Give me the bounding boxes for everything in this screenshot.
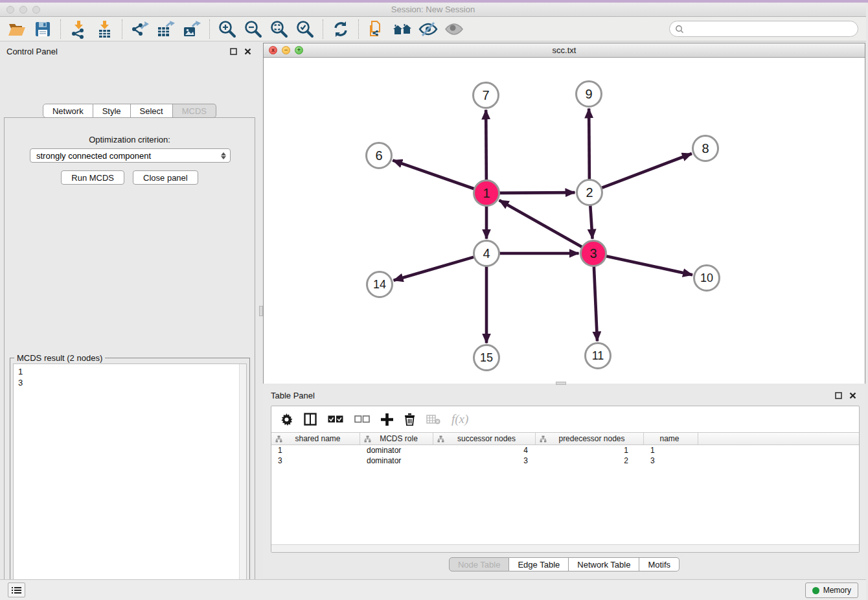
cell-successor-nodes[interactable]: 4	[433, 445, 536, 456]
table-horizontal-scrollbar[interactable]	[271, 544, 859, 552]
cell-predecessor-nodes[interactable]: 2	[536, 456, 644, 466]
tab-edge-table[interactable]: Edge Table	[509, 557, 569, 571]
function-builder-button[interactable]: f(x)	[451, 412, 468, 426]
close-table-panel-button[interactable]	[847, 390, 858, 400]
network-window-titlebar[interactable]: scc.txt x − +	[264, 43, 865, 58]
import-network-button[interactable]	[65, 18, 91, 40]
control-panel: Control Panel NetworkStyleSelectMCDS Opt…	[0, 41, 259, 579]
houses-button[interactable]	[389, 18, 415, 40]
edge-1-6[interactable]	[393, 160, 475, 189]
refresh-button[interactable]	[328, 18, 354, 40]
export-table-button[interactable]	[153, 18, 179, 40]
float-table-panel-button[interactable]	[833, 390, 843, 400]
network-minimize-button[interactable]: −	[282, 46, 290, 54]
window-titlebar: Session: New Session	[0, 3, 866, 17]
tab-network-table[interactable]: Network Table	[569, 557, 639, 571]
zoom-in-icon	[218, 19, 237, 39]
criterion-dropdown[interactable]: strongly connected component	[30, 148, 231, 163]
search-field[interactable]	[669, 21, 858, 37]
add-column-button[interactable]	[381, 413, 393, 426]
export-image-button[interactable]	[179, 18, 205, 40]
cell-MCDS-role[interactable]: dominator	[360, 445, 433, 456]
column-header-predecessor-nodes[interactable]: predecessor nodes	[536, 433, 644, 444]
zoom-fit-button[interactable]	[266, 18, 292, 40]
document-share-button[interactable]	[363, 18, 389, 40]
task-history-button[interactable]	[8, 583, 25, 597]
column-header-name[interactable]: name	[644, 433, 698, 444]
gear-button[interactable]	[280, 413, 293, 426]
mcds-result-legend: MCDS result (2 nodes)	[14, 353, 105, 363]
export-image-icon	[182, 19, 201, 39]
column-header-successor-nodes[interactable]: successor nodes	[433, 433, 536, 444]
hierarchy-icon	[275, 435, 282, 443]
tab-style[interactable]: Style	[93, 104, 131, 118]
table-row[interactable]: 3dominator323	[271, 456, 859, 466]
close-panel-button-2[interactable]: Close panel	[133, 170, 198, 185]
mcds-result-textarea[interactable]: 1 3	[13, 363, 247, 600]
node-table: f(x) shared nameMCDS rolesuccessor nodes…	[271, 406, 860, 553]
export-network-button[interactable]	[127, 18, 153, 40]
main-toolbar	[0, 17, 866, 41]
zoom-selected-button[interactable]	[292, 18, 318, 40]
cell-predecessor-nodes[interactable]: 1	[536, 445, 644, 456]
edge-3-11[interactable]	[594, 264, 597, 341]
edge-2-3[interactable]	[590, 203, 592, 238]
delete-column-button[interactable]	[426, 414, 440, 424]
select-all-columns-button[interactable]	[328, 415, 343, 423]
zoom-out-button[interactable]	[240, 18, 266, 40]
edge-2-9[interactable]	[589, 108, 589, 181]
edge-1-7[interactable]	[486, 110, 486, 181]
zoom-in-button[interactable]	[214, 18, 240, 40]
gear-icon	[280, 413, 293, 426]
network-zoom-button[interactable]: +	[295, 46, 303, 54]
close-panel-button[interactable]	[242, 46, 253, 56]
mcds-panel: Optimization criterion: strongly connect…	[4, 117, 255, 600]
cell-name[interactable]: 1	[644, 445, 698, 456]
columns-button[interactable]	[304, 413, 317, 426]
edge-2-8[interactable]	[600, 154, 692, 189]
tab-node-table[interactable]: Node Table	[449, 557, 510, 571]
edge-3-10[interactable]	[604, 256, 692, 275]
memory-button[interactable]: Memory	[805, 583, 858, 598]
table-header-row: shared nameMCDS rolesuccessor nodesprede…	[271, 432, 859, 445]
horizontal-splitter-handle[interactable]	[556, 382, 566, 385]
table-row[interactable]: 1dominator411	[271, 445, 859, 456]
column-header-MCDS-role[interactable]: MCDS role	[360, 433, 433, 444]
edge-1-2[interactable]	[497, 192, 575, 193]
column-header-shared-name[interactable]: shared name	[271, 433, 360, 444]
tab-mcds[interactable]: MCDS	[173, 104, 216, 118]
node-label-14: 14	[373, 278, 386, 291]
search-input[interactable]	[687, 25, 858, 34]
criterion-value: strongly connected component	[36, 151, 151, 161]
node-label-9: 9	[585, 87, 592, 101]
edge-4-14[interactable]	[394, 257, 476, 281]
save-button[interactable]	[30, 18, 56, 40]
vertical-splitter-handle[interactable]	[259, 306, 263, 316]
cell-shared-name[interactable]: 1	[271, 445, 360, 456]
cell-name[interactable]: 3	[644, 456, 698, 466]
network-close-button[interactable]: x	[269, 46, 277, 54]
node-label-1: 1	[483, 186, 490, 200]
cell-successor-nodes[interactable]: 3	[433, 456, 536, 466]
tab-motifs[interactable]: Motifs	[639, 557, 680, 571]
float-panel-button[interactable]	[228, 46, 238, 56]
eye-slash-button[interactable]	[415, 18, 441, 40]
edge-3-1[interactable]	[499, 200, 584, 248]
result-scrollbar[interactable]	[239, 364, 246, 600]
open-folder-button[interactable]	[4, 18, 30, 40]
cell-MCDS-role[interactable]: dominator	[360, 456, 433, 466]
delete-row-button[interactable]	[404, 413, 415, 426]
table-panel: Table Panel	[263, 386, 865, 577]
cell-shared-name[interactable]: 3	[271, 456, 360, 466]
import-table-button[interactable]	[91, 18, 117, 40]
hierarchy-icon	[364, 435, 371, 443]
eye-button[interactable]	[441, 18, 467, 40]
run-mcds-button[interactable]: Run MCDS	[61, 170, 124, 185]
network-canvas[interactable]: 7968124314101511	[264, 58, 865, 384]
zoom-out-icon	[244, 19, 263, 39]
deselect-all-columns-button[interactable]	[354, 415, 370, 423]
eye-icon	[444, 20, 464, 38]
tab-network[interactable]: Network	[43, 104, 93, 118]
tab-select[interactable]: Select	[131, 104, 173, 118]
houses-icon	[392, 20, 413, 38]
